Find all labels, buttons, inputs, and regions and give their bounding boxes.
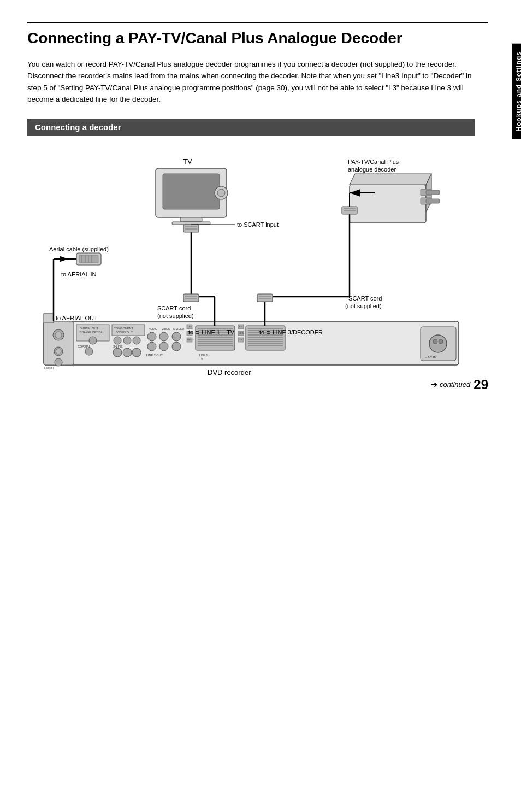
footer-page-number: 29 xyxy=(473,377,488,392)
scart-cord-left-label: SCART cord xyxy=(157,305,191,311)
dvd-recorder-label: DVD recorder xyxy=(208,368,251,376)
svg-point-3 xyxy=(55,332,62,338)
svg-marker-80 xyxy=(350,174,431,185)
aerial-cable-label: Aerial cable (supplied) xyxy=(49,246,109,252)
svg-rect-102 xyxy=(183,294,199,302)
svg-point-12 xyxy=(85,348,93,355)
scart-cord-left-label2: (not supplied) xyxy=(157,313,194,319)
svg-rect-75 xyxy=(180,217,202,222)
svg-text:DECO: DECO xyxy=(187,338,194,341)
svg-rect-85 xyxy=(426,199,440,203)
svg-rect-79 xyxy=(350,185,426,223)
svg-point-6 xyxy=(55,358,62,366)
svg-rect-93 xyxy=(44,313,54,323)
sidebar: Hookups and Settings xyxy=(508,0,521,403)
svg-text:VIDEO: VIDEO xyxy=(162,327,170,331)
footer-continued-text: continued xyxy=(440,380,470,389)
svg-point-70 xyxy=(439,339,443,344)
svg-text:TV: TV xyxy=(239,338,242,341)
scart-cord-right-label2: (not supplied) xyxy=(345,303,382,309)
svg-point-26 xyxy=(147,332,156,341)
svg-point-18 xyxy=(133,337,140,344)
svg-point-29 xyxy=(147,342,156,351)
svg-rect-13 xyxy=(112,325,145,336)
page-footer: ➜ continued 29 xyxy=(430,377,488,392)
aerial-out-label: to AERIAL OUT xyxy=(56,315,98,321)
svg-rect-111 xyxy=(257,294,273,302)
svg-text:COMPONENT: COMPONENT xyxy=(114,327,133,330)
svg-point-10 xyxy=(89,337,97,344)
intro-paragraph: You can watch or record PAY-TV/Canal Plu… xyxy=(27,58,475,105)
svg-point-78 xyxy=(217,189,225,197)
svg-point-27 xyxy=(159,332,168,341)
aerial-in-label: to AERIAL IN xyxy=(61,271,96,278)
svg-text:NE 1-: NE 1- xyxy=(239,332,245,334)
svg-text:COAXIAL/OPTICAL: COAXIAL/OPTICAL xyxy=(80,331,104,334)
svg-text:LINE 2 OUT: LINE 2 OUT xyxy=(146,354,163,357)
svg-point-17 xyxy=(123,337,131,344)
line1-tv-label: to ⊃ LINE 1 – TV xyxy=(188,329,235,336)
paytv-label: PAY-TV/Canal Plus xyxy=(348,158,399,165)
svg-point-20 xyxy=(113,348,122,357)
sidebar-tab: Hookups and Settings xyxy=(512,44,521,139)
svg-text:~ AC IN: ~ AC IN xyxy=(425,356,436,359)
svg-rect-108 xyxy=(342,207,357,214)
svg-text:S VIDEO: S VIDEO xyxy=(173,327,184,331)
svg-text:EN: EN xyxy=(189,325,192,328)
svg-text:AUDIO: AUDIO xyxy=(149,327,157,331)
svg-text:EN: EN xyxy=(239,325,242,328)
diagram-area: DIGITAL OUT COAXIAL/OPTICAL COAXIAL COMP… xyxy=(27,152,475,381)
svg-text:AERIAL: AERIAL xyxy=(44,367,55,370)
line3-decoder-label: to ⊃ LINE 3/DECODER xyxy=(259,329,323,336)
scart-input-label: to SCART input xyxy=(237,221,279,228)
svg-point-21 xyxy=(123,348,132,357)
tv-label: TV xyxy=(183,157,192,166)
section-header: Connecting a decoder xyxy=(27,119,475,136)
svg-text:TV: TV xyxy=(199,357,203,361)
svg-point-68 xyxy=(429,335,447,352)
svg-point-5 xyxy=(56,349,61,354)
svg-rect-84 xyxy=(426,190,440,195)
svg-text:DIGITAL OUT: DIGITAL OUT xyxy=(80,327,99,330)
svg-point-30 xyxy=(159,342,168,351)
page-title: Connecting a PAY-TV/Canal Plus Analogue … xyxy=(27,22,488,48)
svg-rect-74 xyxy=(163,174,220,209)
paytv-label2: analogue decoder xyxy=(348,166,396,173)
svg-point-16 xyxy=(114,337,121,344)
footer-arrow-icon: ➜ xyxy=(430,379,437,390)
svg-rect-99 xyxy=(183,225,199,232)
svg-point-22 xyxy=(132,348,141,357)
svg-point-28 xyxy=(172,332,181,341)
diagram-svg: DIGITAL OUT COAXIAL/OPTICAL COAXIAL COMP… xyxy=(27,152,475,381)
svg-rect-76 xyxy=(172,222,210,225)
svg-text:S-LINE: S-LINE xyxy=(113,345,123,348)
svg-point-31 xyxy=(172,342,181,351)
svg-text:LINE 1 -: LINE 1 - xyxy=(199,354,210,357)
svg-point-69 xyxy=(433,339,437,344)
svg-text:VIDEO OUT: VIDEO OUT xyxy=(116,331,133,334)
